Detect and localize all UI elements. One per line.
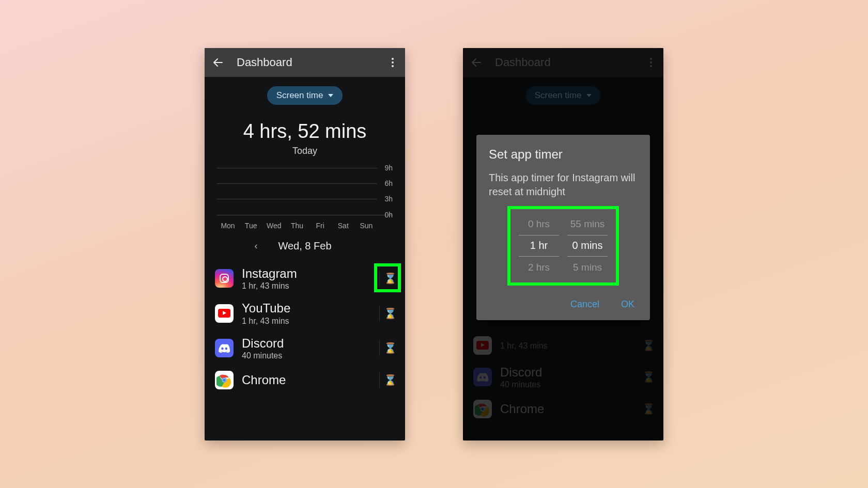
prev-day-icon[interactable]: ‹ xyxy=(254,241,257,251)
dialog-title: Set app timer xyxy=(489,147,638,162)
app-bar: Dashboard xyxy=(205,48,405,77)
list-item[interactable]: YouTube 1 hr, 43 mins ⌛ xyxy=(205,296,405,331)
hours-wheel[interactable]: 0 hrs 1 hr 2 hrs xyxy=(519,213,559,278)
screenshot-left: Dashboard Screen time 4 hrs, 52 mins Tod… xyxy=(205,48,405,440)
chevron-down-icon xyxy=(328,94,333,97)
app-name: Instagram xyxy=(242,266,367,281)
instagram-icon xyxy=(215,269,234,288)
selected-date: Wed, 8 Feb xyxy=(278,240,331,252)
list-item[interactable]: Discord 40 minutes ⌛ xyxy=(205,331,405,366)
page-title: Dashboard xyxy=(237,56,386,69)
list-item[interactable]: Chrome ⌛ xyxy=(205,366,405,395)
date-navigator: ‹ Wed, 8 Feb › xyxy=(205,240,405,252)
metric-selector[interactable]: Screen time xyxy=(267,86,343,105)
set-app-timer-dialog: Set app timer This app timer for Instagr… xyxy=(476,135,650,320)
dialog-body: This app timer for Instagram will reset … xyxy=(489,171,638,199)
app-name: Discord xyxy=(242,336,367,351)
app-usage-list: Instagram 1 hr, 43 mins ⌛ YouTube 1 hr, … xyxy=(205,261,405,395)
screenshot-right: Dashboard Screen time 1 hr, 43 mins ⌛ Di… xyxy=(463,48,663,440)
app-time: 1 hr, 43 mins xyxy=(242,281,367,291)
minutes-wheel[interactable]: 55 mins 0 mins 5 mins xyxy=(567,213,608,278)
set-timer-button[interactable]: ⌛ xyxy=(379,306,395,321)
app-name: YouTube xyxy=(242,301,367,316)
set-timer-button[interactable]: ⌛ xyxy=(379,372,395,388)
set-timer-button[interactable]: ⌛ xyxy=(379,340,395,356)
total-screen-time: 4 hrs, 52 mins xyxy=(205,120,405,143)
app-name: Chrome xyxy=(242,373,367,387)
chrome-icon xyxy=(215,371,234,389)
back-icon[interactable] xyxy=(211,56,225,69)
overflow-menu-icon[interactable] xyxy=(386,56,399,69)
metric-selector-label: Screen time xyxy=(276,90,323,101)
app-time: 1 hr, 43 mins xyxy=(242,317,367,326)
youtube-icon xyxy=(215,304,234,323)
cancel-button[interactable]: Cancel xyxy=(567,295,602,314)
hourglass-icon: ⌛ xyxy=(384,307,397,320)
ok-button[interactable]: OK xyxy=(618,295,638,314)
today-label: Today xyxy=(205,146,405,156)
set-timer-button[interactable]: ⌛ xyxy=(379,271,395,286)
hourglass-icon: ⌛ xyxy=(384,374,397,386)
app-time: 40 minutes xyxy=(242,351,367,360)
time-picker[interactable]: 0 hrs 1 hr 2 hrs 55 mins 0 mins 5 mins xyxy=(513,213,614,278)
list-item[interactable]: Instagram 1 hr, 43 mins ⌛ xyxy=(205,261,405,296)
usage-bar-chart: 9h 6h 3h 0h Mon Tue Wed Thu Fri Sat Sun xyxy=(217,168,393,230)
discord-icon xyxy=(215,339,234,357)
hourglass-icon: ⌛ xyxy=(384,342,397,354)
hourglass-icon: ⌛ xyxy=(384,272,397,285)
svg-point-2 xyxy=(223,379,226,382)
